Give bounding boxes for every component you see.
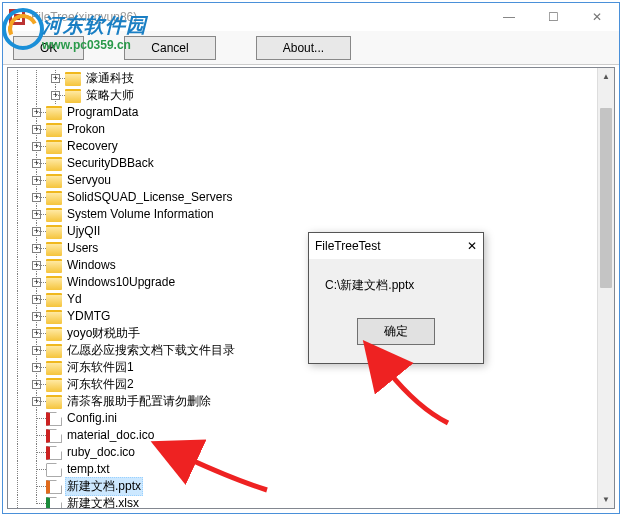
tree-item-label: 河东软件园1: [65, 359, 136, 376]
expand-toggle[interactable]: +: [32, 244, 41, 253]
expand-toggle[interactable]: +: [51, 74, 60, 83]
folder-icon: [46, 191, 62, 205]
expand-toggle[interactable]: +: [32, 346, 41, 355]
tree-item-label: 濠通科技: [84, 70, 136, 87]
tree-item-label: 新建文档.xlsx: [65, 495, 141, 509]
tree-item-label: temp.txt: [65, 461, 112, 478]
folder-icon: [46, 106, 62, 120]
about-button[interactable]: About...: [256, 36, 351, 60]
file-icon: [46, 463, 62, 477]
folder-icon: [46, 293, 62, 307]
tree-item[interactable]: +濠通科技: [8, 70, 614, 87]
tree-item-label: Recovery: [65, 138, 120, 155]
maximize-button[interactable]: ☐: [531, 3, 575, 31]
scroll-up-button[interactable]: ▲: [598, 68, 614, 85]
folder-icon: [46, 174, 62, 188]
expand-toggle[interactable]: +: [32, 312, 41, 321]
folder-icon: [65, 72, 81, 86]
cancel-button[interactable]: Cancel: [124, 36, 215, 60]
dialog-message: C:\新建文档.pptx: [321, 277, 471, 294]
folder-icon: [46, 242, 62, 256]
file-icon: [46, 480, 62, 494]
folder-icon: [46, 123, 62, 137]
minimize-button[interactable]: —: [487, 3, 531, 31]
tree-item[interactable]: +SolidSQUAD_License_Servers: [8, 189, 614, 206]
toolbar: OK Cancel About...: [3, 31, 619, 65]
folder-icon: [46, 157, 62, 171]
titlebar[interactable]: FileTree(xingyun86) — ☐ ✕: [3, 3, 619, 31]
tree-item-label: 策略大师: [84, 87, 136, 104]
folder-icon: [46, 140, 62, 154]
file-icon: [46, 497, 62, 510]
expand-toggle[interactable]: +: [32, 159, 41, 168]
expand-toggle[interactable]: +: [32, 227, 41, 236]
file-icon: [46, 412, 62, 426]
tree-item-label: 河东软件园2: [65, 376, 136, 393]
folder-icon: [46, 259, 62, 273]
expand-toggle[interactable]: +: [32, 261, 41, 270]
tree-item[interactable]: +策略大师: [8, 87, 614, 104]
tree-item-label: 新建文档.pptx: [65, 477, 143, 496]
expand-toggle[interactable]: +: [32, 278, 41, 287]
tree-item-label: System Volume Information: [65, 206, 216, 223]
tree-item[interactable]: +Prokon: [8, 121, 614, 138]
dialog-close-button[interactable]: ✕: [453, 239, 477, 253]
expand-toggle[interactable]: +: [32, 142, 41, 151]
tree-item[interactable]: 新建文档.pptx: [8, 478, 614, 495]
expand-toggle[interactable]: +: [32, 125, 41, 134]
dialog-title: FileTreeTest: [315, 239, 453, 253]
close-button[interactable]: ✕: [575, 3, 619, 31]
tree-item-label: Prokon: [65, 121, 107, 138]
tree-item[interactable]: +河东软件园2: [8, 376, 614, 393]
tree-item-label: Servyou: [65, 172, 113, 189]
tree-item-label: yoyo财税助手: [65, 325, 142, 342]
tree-item-label: 亿愿必应搜索文档下载文件目录: [65, 342, 237, 359]
tree-item-label: Windows: [65, 257, 118, 274]
tree-item-label: ProgramData: [65, 104, 140, 121]
dialog-ok-button[interactable]: 确定: [357, 318, 435, 345]
file-icon: [46, 446, 62, 460]
tree-item[interactable]: +Servyou: [8, 172, 614, 189]
folder-icon: [46, 310, 62, 324]
dialog-titlebar[interactable]: FileTreeTest ✕: [309, 233, 483, 259]
expand-toggle[interactable]: +: [32, 108, 41, 117]
folder-icon: [46, 208, 62, 222]
tree-item[interactable]: +ProgramData: [8, 104, 614, 121]
ok-button[interactable]: OK: [13, 36, 84, 60]
tree-item[interactable]: temp.txt: [8, 461, 614, 478]
expand-toggle[interactable]: +: [32, 397, 41, 406]
folder-icon: [46, 344, 62, 358]
expand-toggle[interactable]: +: [51, 91, 60, 100]
expand-toggle[interactable]: +: [32, 329, 41, 338]
tree-item[interactable]: +清茶客服助手配置请勿删除: [8, 393, 614, 410]
tree-item-label: ruby_doc.ico: [65, 444, 137, 461]
tree-item-label: Windows10Upgrade: [65, 274, 177, 291]
scrollbar-vertical[interactable]: ▲ ▼: [597, 68, 614, 508]
tree-item[interactable]: 新建文档.xlsx: [8, 495, 614, 509]
folder-icon: [46, 327, 62, 341]
tree-item[interactable]: material_doc.ico: [8, 427, 614, 444]
expand-toggle[interactable]: +: [32, 176, 41, 185]
scroll-down-button[interactable]: ▼: [598, 491, 614, 508]
folder-icon: [46, 276, 62, 290]
tree-item-label: SolidSQUAD_License_Servers: [65, 189, 234, 206]
scroll-thumb[interactable]: [600, 108, 612, 288]
tree-item[interactable]: Config.ini: [8, 410, 614, 427]
folder-icon: [46, 361, 62, 375]
tree-item[interactable]: +Recovery: [8, 138, 614, 155]
tree-item[interactable]: ruby_doc.ico: [8, 444, 614, 461]
expand-toggle[interactable]: +: [32, 380, 41, 389]
tree-item-label: SecurityDBBack: [65, 155, 156, 172]
expand-toggle[interactable]: +: [32, 193, 41, 202]
tree-item-label: material_doc.ico: [65, 427, 156, 444]
tree-item[interactable]: +SecurityDBBack: [8, 155, 614, 172]
tree-item[interactable]: +System Volume Information: [8, 206, 614, 223]
expand-toggle[interactable]: +: [32, 295, 41, 304]
tree-item-label: UjyQII: [65, 223, 102, 240]
svg-rect-2: [14, 14, 20, 20]
expand-toggle[interactable]: +: [32, 210, 41, 219]
folder-icon: [46, 378, 62, 392]
expand-toggle[interactable]: +: [32, 363, 41, 372]
message-dialog: FileTreeTest ✕ C:\新建文档.pptx 确定: [308, 232, 484, 364]
folder-icon: [46, 395, 62, 409]
